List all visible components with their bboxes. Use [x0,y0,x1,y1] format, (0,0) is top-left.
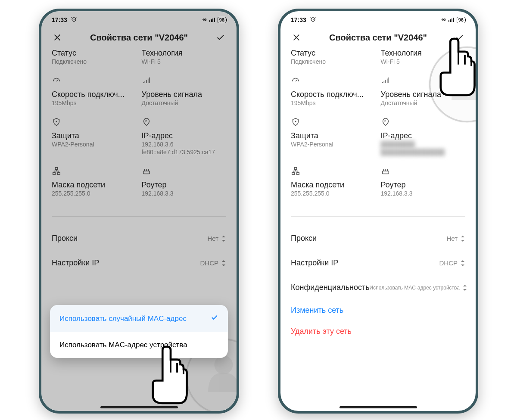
svg-point-8 [214,355,233,374]
shield-icon [291,117,376,128]
separator [291,216,465,217]
router-icon [381,166,466,177]
svg-point-0 [72,18,76,22]
svg-point-17 [458,63,476,82]
router-icon [142,166,227,177]
status-time: 17:33 [52,16,67,23]
close-button[interactable] [52,32,63,43]
ip-settings-label: Настройки IP [52,258,99,268]
expand-icon [460,260,465,266]
signal-strength-icon [142,76,227,87]
signal-icon [209,18,215,22]
field-speed: Скорость подключ... 195Mbps [291,76,376,107]
field-router: Роутер 192.168.3.3 [142,166,227,197]
expand-icon [221,236,226,242]
proxy-value: Нет [207,235,218,242]
row-privacy[interactable]: Конфиденциальность Использовать MAC-адре… [291,275,465,300]
field-signal: Уровень сигнала Достаточный [142,76,227,107]
network-type: 4G [202,18,207,22]
close-button[interactable] [291,32,302,43]
svg-rect-4 [53,173,56,175]
status-bar: 17:33 4G 96 [280,11,476,28]
home-indicator [339,406,417,408]
field-security: Защита WPA2-Personal [52,117,137,156]
field-subnet: Маска подсети 255.255.255.0 [291,166,376,197]
field-security: Защита WPA2-Personal [291,117,376,156]
expand-icon [221,260,226,266]
home-indicator [100,406,178,408]
check-icon [211,314,218,324]
alarm-icon [310,16,316,24]
field-subnet: Маска подсети 255.255.255.0 [52,166,137,197]
popup-option-device-mac[interactable]: Использовать MAC-адрес устройства [50,332,228,358]
ip-settings-value: DHCP [200,259,218,267]
field-status: Статус Подключено [291,48,376,65]
phone-right: 17:33 4G 96 Свойства сети "V2046" [278,9,478,414]
subnet-icon [52,166,137,177]
page-title: Свойства сети "V2046" [90,33,188,43]
svg-rect-12 [294,168,297,170]
row-proxy[interactable]: Прокси Нет [52,226,226,251]
change-network-link[interactable]: Изменить сеть [291,300,465,321]
row-proxy[interactable]: Прокси Нет [291,226,465,251]
speed-icon [52,76,137,87]
subnet-icon [291,166,376,177]
ip-blurred-1: ████████ [381,140,466,148]
status-time: 17:33 [291,16,306,23]
ip-settings-label: Настройки IP [291,258,338,268]
svg-point-1 [56,121,57,122]
status-bar: 17:33 4G 96 [41,11,237,28]
battery-icon: 96 [457,17,465,23]
field-router: Роутер 192.168.3.3 [381,166,466,197]
row-ip-settings[interactable]: Настройки IP DHCP [291,251,465,275]
speed-icon [291,76,376,87]
proxy-label: Прокси [291,234,317,243]
svg-rect-6 [143,171,149,174]
phone-left: 17:33 4G 96 Свойства сети "V2046" [39,9,239,414]
privacy-value: Использовать MAC-адрес устройства [370,285,460,291]
network-type: 4G [441,18,446,22]
field-technology: Технология Wi-Fi 5 [142,48,227,65]
svg-rect-3 [55,168,58,170]
header: Свойства сети "V2046" [280,28,476,48]
field-speed: Скорость подключ... 195Mbps [52,76,137,107]
signal-icon [448,18,454,22]
proxy-value: Нет [446,235,458,242]
battery-icon: 96 [218,17,226,23]
separator [52,216,226,217]
proxy-label: Прокси [52,234,78,243]
svg-point-10 [295,121,296,122]
svg-rect-5 [58,173,60,175]
field-status: Статус Подключено [52,48,137,65]
confirm-button[interactable] [454,32,465,43]
popup-option-random-mac[interactable]: Использовать случайный MAC-адрес [50,305,228,332]
delete-network-link[interactable]: Удалить эту сеть [291,321,465,342]
svg-rect-14 [297,173,299,175]
expand-icon [460,236,465,242]
page-title: Свойства сети "V2046" [329,33,427,43]
ip-settings-value: DHCP [439,259,458,267]
alarm-icon [71,16,77,24]
svg-text:IP: IP [384,120,386,122]
ip-icon: IP [142,117,227,128]
privacy-label: Конфиденциальность [291,283,370,292]
header: Свойства сети "V2046" [41,28,237,48]
row-ip-settings[interactable]: Настройки IP DHCP [52,251,226,275]
shield-icon [52,117,137,128]
expand-icon [462,285,467,291]
confirm-button[interactable] [215,32,226,43]
field-ip: IP IP-адрес 192.168.3.6 fe80::a8e7:d173:… [142,117,227,156]
svg-rect-15 [382,171,389,174]
svg-rect-13 [292,173,295,175]
ip-blurred-2: ███████████████ [381,148,466,156]
mac-address-popup: Использовать случайный MAC-адрес Использ… [50,305,228,358]
svg-text:IP: IP [145,120,147,122]
field-ip: IP IP-адрес ████████ ███████████████ [381,117,466,156]
